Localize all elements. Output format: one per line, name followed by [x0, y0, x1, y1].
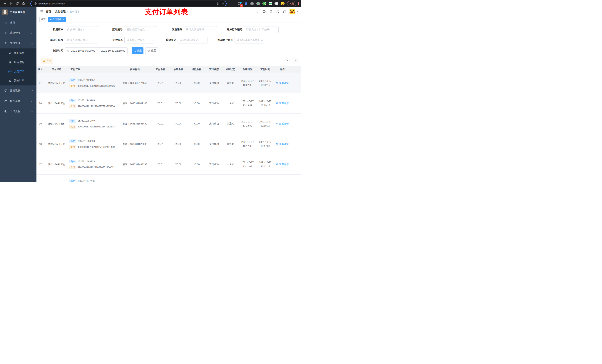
pay-tag: 支付 — [69, 104, 76, 108]
chevron-down-icon — [151, 39, 153, 41]
extension-icons: 10 ⌘ Y — [238, 2, 285, 6]
view-detail-link[interactable]: 查看详情 — [276, 163, 289, 166]
extension-recorder-icon[interactable] — [256, 2, 260, 6]
browser-update-button[interactable]: 更新 — [287, 1, 296, 6]
view-detail-label: 查看详情 — [279, 122, 289, 125]
view-detail-label: 查看详情 — [279, 102, 289, 105]
table-header-row: 编号 支付渠道 支付订单 商品标题 支付金额 手续金额 退款金额 支付状态 回调… — [36, 66, 301, 73]
yen-icon: ¥ — [4, 42, 7, 45]
filter-label-app: 应用编号 — [102, 28, 123, 31]
app-select[interactable]: 请选择应用信息 — [124, 26, 157, 33]
extension-y-icon[interactable]: Y — [262, 2, 266, 6]
fullscreen-icon[interactable] — [276, 10, 279, 13]
url-path: :1024/pay/order — [48, 2, 65, 5]
extension-command-icon[interactable]: ⌘ — [250, 2, 254, 6]
github-icon[interactable] — [262, 10, 266, 13]
header-pay-status: 支付状态 — [206, 66, 222, 73]
sidebar-item-system[interactable]: 系统管理 — [0, 28, 36, 38]
search-button[interactable]: 搜索 — [132, 47, 143, 54]
breadcrumb-home[interactable]: 首页 — [46, 10, 51, 13]
chevron-down-icon — [31, 90, 33, 92]
refund-status-select[interactable]: 请选择退款状态 — [178, 37, 208, 43]
sidebar-item-dev-tools[interactable]: 研发工具 — [0, 96, 36, 106]
browser-back-button[interactable] — [2, 1, 7, 6]
bookmark-star-icon[interactable]: ☆ — [222, 2, 224, 5]
export-button-label: 导出 — [46, 59, 51, 62]
notify-status-select[interactable]: 请选择订单回调商户状态 — [235, 37, 265, 43]
pay-tag: 支付 — [69, 145, 76, 149]
browser-menu-icon[interactable] — [298, 2, 299, 5]
help-icon[interactable] — [269, 10, 273, 13]
profile-emoji-icon[interactable] — [281, 2, 285, 6]
hamburger-icon[interactable] — [39, 10, 43, 13]
channel-code-select[interactable]: 请输入渠道编码 — [184, 26, 217, 33]
sidebar-item-refund-order[interactable]: 退款订单 — [0, 76, 36, 85]
breadcrumb-payment[interactable]: 支付管理 — [55, 10, 65, 13]
monitor-icon — [4, 89, 7, 92]
browser-home-button[interactable] — [21, 1, 26, 6]
sidebar-item-label: 支付订单 — [14, 70, 24, 73]
sidebar-item-infrastructure[interactable]: 基础设施 — [0, 85, 36, 96]
view-detail-link[interactable]: 查看详情 — [276, 122, 289, 125]
refresh-button[interactable] — [292, 58, 298, 63]
export-button[interactable]: 导出 — [41, 58, 53, 63]
browser-reload-button[interactable] — [15, 1, 20, 6]
merchant-order-no: 1635311468233 — [77, 160, 95, 163]
cell-notify-status: 未通知 — [222, 93, 239, 113]
table-row-partial: 商户1635311157736 — [36, 175, 301, 182]
page-content: 所属商户 应用编号 请选择应用信息 渠道编码 请输入渠道编码 商户订单编号 渠道… — [36, 22, 301, 182]
browser-forward-button[interactable] — [9, 1, 13, 6]
table-row: 17 微信 JSAPI 支付 商户1635311468233 支付4200001… — [36, 154, 301, 175]
sidebar-item-workflow[interactable]: 工作流程 — [0, 106, 36, 116]
header-create-time: 创建时间 — [239, 66, 256, 73]
cell-title: 标题：1635311823086 — [118, 134, 152, 154]
cell-fee: ¥0.00 — [169, 93, 188, 113]
merchant-tag: 商户 — [69, 139, 76, 143]
reset-button-label: 重置 — [151, 49, 156, 52]
sidebar-logo-row[interactable]: 芋道管理系统 — [0, 7, 36, 17]
view-detail-label: 查看详情 — [279, 81, 289, 85]
merchant-input[interactable] — [64, 26, 98, 33]
address-bar[interactable]: localhost:1024/pay/order ☆ — [30, 1, 226, 6]
tag-label: 支付订单 — [52, 18, 61, 21]
merchant-order-no-input[interactable] — [244, 26, 279, 33]
cell-no: 19 — [36, 114, 45, 134]
cell-refund: ¥0.00 — [188, 154, 206, 174]
search-icon[interactable] — [256, 10, 259, 13]
merchant-order-no: 1635311823086 — [77, 139, 95, 143]
toggle-search-button[interactable] — [284, 58, 290, 63]
avatar-caret-icon[interactable]: ▾ — [297, 10, 298, 13]
sidebar-item-home[interactable]: 首页 — [0, 17, 36, 28]
view-detail-label: 查看详情 — [279, 163, 289, 166]
tag-home[interactable]: 首页 — [39, 17, 47, 22]
share-icon[interactable] — [216, 2, 219, 5]
view-detail-link[interactable]: 查看详情 — [276, 102, 289, 105]
view-detail-link[interactable]: 查看详情 — [276, 142, 289, 146]
user-avatar[interactable] — [290, 9, 295, 14]
cell-amount: ¥0.01 — [152, 93, 169, 113]
merchant-tag: 商户 — [69, 78, 76, 82]
cell-no: 17 — [36, 154, 45, 174]
site-info-icon[interactable] — [33, 1, 38, 6]
tag-pay-order[interactable]: 支付订单 × — [48, 17, 66, 22]
sidebar-item-payment[interactable]: ¥ 支付管理 — [0, 38, 36, 48]
pay-status-select[interactable]: 请选择支付状态 — [124, 37, 155, 43]
cell-refund: ¥0.00 — [188, 114, 206, 134]
sidebar-item-merchant-info[interactable]: 商户信息 — [0, 48, 36, 58]
extension-balloon-icon[interactable] — [244, 2, 248, 6]
filter-label-pay-status: 支付状态 — [102, 39, 123, 42]
channel-order-no-input[interactable] — [64, 37, 98, 43]
font-size-icon[interactable]: TT — [283, 10, 286, 13]
extensions-puzzle-icon[interactable] — [275, 2, 279, 6]
table-row: 18 微信 JSAPI 支付 商户1635311823086 支付4200001… — [36, 134, 301, 154]
sidebar-item-pay-order[interactable]: ¥ 支付订单 — [0, 67, 36, 76]
reset-button[interactable]: 重置 — [145, 47, 158, 54]
extension-blocks-icon[interactable]: 10 — [238, 2, 242, 6]
extension-chat-icon[interactable] — [269, 2, 272, 6]
sidebar-item-app-info[interactable]: 应用信息 — [0, 58, 36, 67]
sidebar-item-label: 首页 — [10, 21, 15, 24]
create-time-range[interactable]: 2021-10-01 00:00:00 - 2021-10-31 23:59:5… — [64, 47, 128, 54]
view-detail-link[interactable]: 查看详情 — [276, 81, 289, 85]
tag-close-icon[interactable]: × — [63, 18, 64, 21]
cell-fee: ¥0.00 — [169, 154, 188, 174]
